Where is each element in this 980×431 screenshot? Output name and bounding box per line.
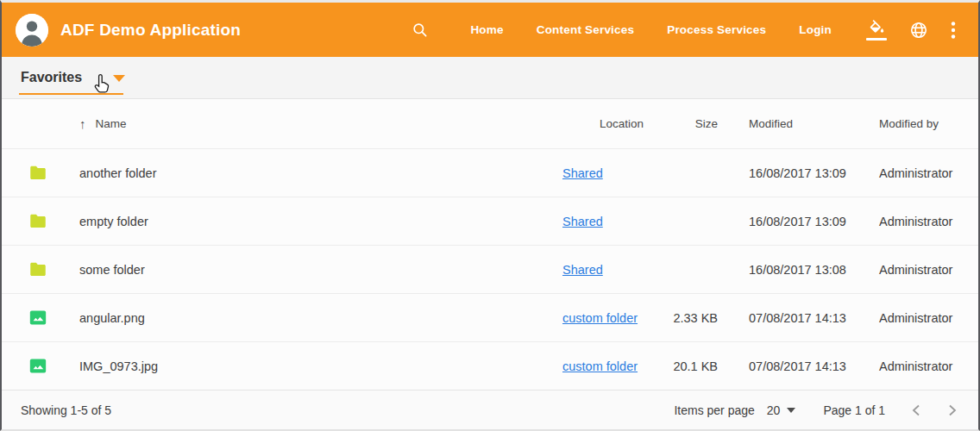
theme-underline <box>866 38 887 41</box>
avatar[interactable] <box>16 14 48 47</box>
row-name: empty folder <box>79 215 562 228</box>
row-name: IMG_0973.jpg <box>79 359 562 373</box>
view-label: Favorites <box>21 70 82 85</box>
row-modified: 07/08/2017 14:13 <box>749 311 879 325</box>
row-modified-by: Administrator <box>879 311 961 325</box>
page-indicator: Page 1 of 1 <box>823 403 885 417</box>
person-icon <box>16 14 48 47</box>
column-header-name-label: Name <box>96 117 127 130</box>
table-row[interactable]: another folder Shared 16/08/2017 13:09 A… <box>2 148 978 197</box>
row-icon-cell <box>29 310 79 325</box>
table-row[interactable]: empty folder Shared 16/08/2017 13:09 Adm… <box>2 197 978 245</box>
row-modified-by: Administrator <box>879 263 961 277</box>
search-icon <box>411 22 429 39</box>
row-name: some folder <box>79 263 562 277</box>
globe-icon <box>909 21 928 40</box>
table-header-row: ↑ Name Location Size Modified Modified b… <box>2 99 978 148</box>
search-button[interactable] <box>411 22 429 39</box>
items-per-page-value: 20 <box>767 403 781 417</box>
nav-home[interactable]: Home <box>470 23 503 36</box>
row-location-cell: custom folder <box>562 311 666 325</box>
items-per-page-select[interactable]: 20 <box>767 403 796 417</box>
next-page-button[interactable] <box>947 404 958 416</box>
row-modified: 16/08/2017 13:09 <box>749 215 879 228</box>
folder-icon <box>29 214 47 228</box>
location-link[interactable]: custom folder <box>562 311 638 325</box>
table-row[interactable]: IMG_0973.jpg custom folder 20.1 KB 07/08… <box>2 341 978 390</box>
location-link[interactable]: Shared <box>562 215 603 228</box>
row-location-cell: Shared <box>562 166 666 180</box>
nav-content-services[interactable]: Content Services <box>537 23 635 36</box>
row-name: angular.png <box>79 311 562 325</box>
row-name: another folder <box>79 166 562 180</box>
column-header-name[interactable]: ↑ Name <box>79 116 562 131</box>
app-header: ADF Demo Application Home Content Servic… <box>2 3 978 57</box>
view-underline <box>19 93 123 95</box>
location-link[interactable]: Shared <box>562 166 603 180</box>
row-modified-by: Administrator <box>879 166 961 180</box>
showing-count: Showing 1-5 of 5 <box>21 403 111 417</box>
folder-icon <box>29 166 47 180</box>
location-link[interactable]: Shared <box>562 263 603 277</box>
column-header-modified[interactable]: Modified <box>749 117 879 130</box>
row-modified-by: Administrator <box>879 215 961 228</box>
chevron-right-icon <box>947 404 958 416</box>
table-body: another folder Shared 16/08/2017 13:09 A… <box>2 148 978 390</box>
row-icon-cell <box>29 359 79 373</box>
kebab-menu-icon <box>951 21 956 40</box>
row-modified: 07/08/2017 14:13 <box>749 359 879 373</box>
color-fill-icon <box>868 20 886 36</box>
theme-picker-button[interactable] <box>866 20 887 41</box>
app-window: ADF Demo Application Home Content Servic… <box>0 0 980 431</box>
items-per-page-label: Items per page <box>674 403 754 417</box>
image-icon <box>29 310 47 325</box>
row-modified: 16/08/2017 13:08 <box>749 263 879 277</box>
location-link[interactable]: custom folder <box>562 359 638 373</box>
row-modified-by: Administrator <box>879 359 961 373</box>
chevron-left-icon <box>911 404 921 416</box>
nav-login[interactable]: Login <box>799 23 832 36</box>
row-icon-cell <box>29 166 79 180</box>
more-menu-button[interactable] <box>951 21 956 40</box>
row-size: 20.1 KB <box>666 359 718 373</box>
row-location-cell: Shared <box>562 215 666 228</box>
row-modified: 16/08/2017 13:09 <box>749 166 879 180</box>
row-location-cell: Shared <box>562 263 666 277</box>
favorites-dropdown[interactable]: Favorites <box>21 70 125 85</box>
row-icon-cell <box>29 214 79 228</box>
dropdown-caret-icon <box>113 75 125 82</box>
table-row[interactable]: some folder Shared 16/08/2017 13:08 Admi… <box>2 245 978 293</box>
language-button[interactable] <box>909 21 928 40</box>
row-location-cell: custom folder <box>562 359 666 373</box>
table-row[interactable]: angular.png custom folder 2.33 KB 07/08/… <box>2 293 978 341</box>
column-header-modified-by[interactable]: Modified by <box>879 117 961 130</box>
row-icon-cell <box>29 262 79 277</box>
sort-ascending-icon: ↑ <box>79 116 86 131</box>
column-header-location[interactable]: Location <box>562 117 666 130</box>
row-size: 2.33 KB <box>666 311 718 325</box>
image-icon <box>29 359 47 373</box>
items-per-page-caret-icon <box>787 408 795 413</box>
previous-page-button[interactable] <box>911 404 921 416</box>
nav-process-services[interactable]: Process Services <box>667 23 766 36</box>
app-title: ADF Demo Application <box>60 21 241 40</box>
document-list: ↑ Name Location Size Modified Modified b… <box>2 99 978 390</box>
view-selector-bar: Favorites <box>2 57 978 99</box>
pagination-footer: Showing 1-5 of 5 Items per page 20 Page … <box>2 390 978 429</box>
column-header-size[interactable]: Size <box>666 117 718 130</box>
folder-icon <box>29 262 47 277</box>
